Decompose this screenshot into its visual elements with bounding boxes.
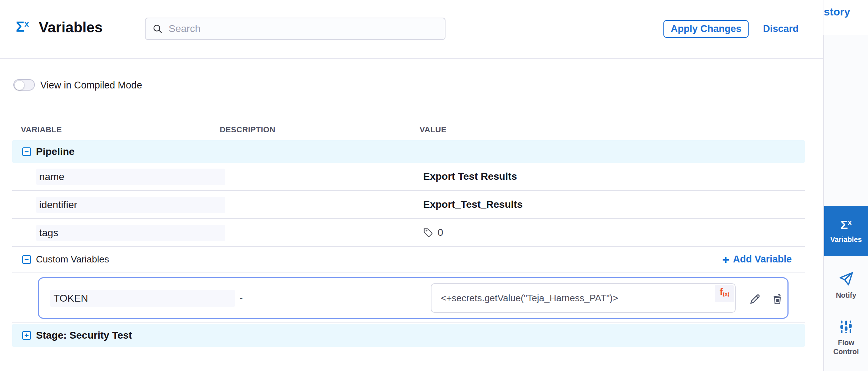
delete-variable-button[interactable]: [770, 291, 785, 307]
compiled-mode-toggle[interactable]: [13, 79, 35, 91]
drawer-tab-sidebar: Σx Variables Notify Flow Control: [823, 35, 868, 371]
tags-count: 0: [438, 227, 443, 238]
send-icon: [838, 271, 854, 287]
fx-f: f: [719, 287, 723, 296]
discard-button[interactable]: Discard: [763, 23, 799, 35]
variable-description: -: [239, 278, 243, 318]
section-label-stage: Stage: Security Test: [36, 330, 132, 341]
trash-icon: [771, 292, 784, 306]
variable-value: Export_Test_Results: [423, 191, 522, 218]
search-box[interactable]: [145, 18, 446, 40]
variable-name-text: TOKEN: [54, 293, 88, 304]
compiled-mode-label: View in Compiled Mode: [40, 80, 142, 91]
section-row-custom-variables: − Custom Variables + Add Variable: [12, 247, 805, 272]
table-row-name: name Export Test Results: [12, 163, 805, 191]
variable-name-text: identifier: [39, 199, 77, 211]
table-row-tags: tags 0: [12, 219, 805, 247]
variable-name-text: name: [39, 171, 64, 183]
column-header-value: VALUE: [420, 125, 447, 134]
section-label-pipeline: Pipeline: [36, 146, 74, 157]
add-variable-button[interactable]: + Add Variable: [722, 247, 792, 272]
collapse-icon-custom-variables[interactable]: −: [22, 255, 31, 264]
fx-expression-badge[interactable]: f (x): [715, 285, 734, 302]
search-input[interactable]: [168, 23, 438, 35]
column-header-description: DESCRIPTION: [220, 125, 275, 134]
variable-value: 0: [423, 219, 443, 246]
section-label-custom-variables: Custom Variables: [36, 254, 109, 265]
pencil-icon: [748, 292, 762, 306]
drawer-header: Σx Variables Apply Changes Discard: [0, 0, 823, 59]
variables-drawer: Σx Variables Apply Changes Discard View …: [0, 0, 823, 371]
plus-icon: +: [722, 253, 730, 266]
apply-changes-button[interactable]: Apply Changes: [663, 20, 749, 38]
variable-name-chip[interactable]: tags: [36, 225, 225, 241]
expand-icon-stage[interactable]: +: [22, 331, 31, 340]
variable-value: Export Test Results: [423, 163, 517, 190]
edit-variable-button[interactable]: [748, 291, 762, 307]
sidebar-tab-variables[interactable]: Σx Variables: [824, 206, 868, 256]
custom-variable-row-token[interactable]: TOKEN - <+secrets.getValue("Teja_Harness…: [38, 277, 789, 319]
clipped-nav-link-history[interactable]: story: [824, 6, 850, 18]
expression-value: <+secrets.getValue("Teja_Harness_PAT")>: [441, 284, 618, 312]
section-row-stage-security-test: + Stage: Security Test: [12, 324, 805, 347]
sidebar-tab-flow-control[interactable]: Flow Control: [824, 312, 868, 363]
fx-sub: (x): [723, 291, 729, 297]
collapse-icon-pipeline[interactable]: −: [22, 147, 31, 156]
section-row-pipeline: − Pipeline: [12, 140, 805, 163]
variable-value-input[interactable]: <+secrets.getValue("Teja_Harness_PAT")> …: [431, 283, 736, 313]
toggle-knob: [14, 80, 24, 90]
variable-name-chip[interactable]: name: [36, 169, 225, 185]
add-variable-label: Add Variable: [733, 254, 792, 265]
variable-name-chip[interactable]: identifier: [36, 197, 225, 213]
custom-variables-area: TOKEN - <+secrets.getValue("Teja_Harness…: [12, 272, 805, 323]
sigma-icon: Σx: [841, 219, 852, 231]
tag-icon: [423, 227, 434, 238]
variable-name-text: tags: [39, 227, 58, 239]
sidebar-tab-label: Variables: [830, 235, 862, 244]
sidebar-tab-notify[interactable]: Notify: [824, 264, 868, 307]
page-title: Variables: [39, 19, 102, 36]
table-row-identifier: identifier Export_Test_Results: [12, 191, 805, 219]
flow-control-icon: [838, 319, 854, 335]
sidebar-tab-label: Notify: [836, 291, 856, 300]
variable-name-chip[interactable]: TOKEN: [50, 290, 235, 307]
sigma-icon: Σx: [16, 19, 29, 34]
search-icon: [152, 23, 163, 34]
sidebar-tab-label: Flow Control: [832, 338, 860, 356]
column-header-variable: VARIABLE: [21, 125, 62, 134]
